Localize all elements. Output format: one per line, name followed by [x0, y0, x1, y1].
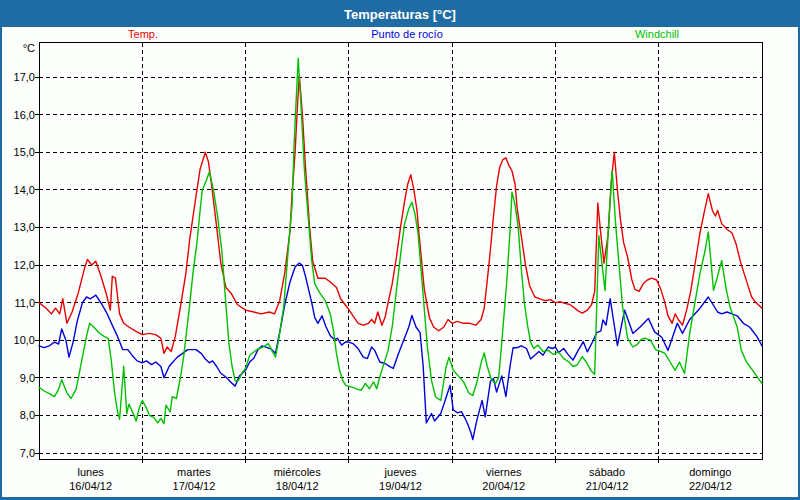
window-title: Temperaturas [°C]: [344, 7, 456, 22]
x-day-date: 16/04/12: [69, 480, 112, 493]
y-tick-label: 10,0: [4, 334, 35, 346]
x-day-date: 21/04/12: [586, 480, 629, 493]
x-day-name: lunes: [77, 466, 103, 479]
title-bar: Temperaturas [°C]: [2, 2, 798, 27]
x-day-name: sábado: [589, 466, 625, 479]
y-tick-label: 9,0: [4, 372, 35, 384]
chart-panel: Temp.Punto de rocíoWindchill 7,08,09,010…: [2, 27, 798, 497]
chart-canvas: [2, 27, 798, 497]
y-tick-label: 14,0: [4, 184, 35, 196]
y-tick-label: 11,0: [4, 297, 35, 309]
x-day-name: martes: [177, 466, 211, 479]
x-day-date: 20/04/12: [482, 480, 525, 493]
x-day-name: domingo: [689, 466, 731, 479]
y-tick-label: 15,0: [4, 146, 35, 158]
series-line-1: [39, 263, 762, 439]
app-window: Temperaturas [°C] Temp.Punto de rocíoWin…: [0, 0, 800, 500]
y-tick-label: 12,0: [4, 259, 35, 271]
y-tick-label: 16,0: [4, 109, 35, 121]
y-tick-label: 7,0: [4, 447, 35, 459]
x-day-name: viernes: [486, 466, 521, 479]
x-day-name: miércoles: [274, 466, 321, 479]
x-day-date: 22/04/12: [689, 480, 732, 493]
y-tick-label: 8,0: [4, 409, 35, 421]
y-tick-label: 13,0: [4, 221, 35, 233]
x-day-date: 18/04/12: [276, 480, 319, 493]
x-day-name: jueves: [385, 466, 417, 479]
x-day-date: 19/04/12: [379, 480, 422, 493]
y-axis-unit-label: °C: [4, 42, 35, 54]
y-tick-label: 17,0: [4, 71, 35, 83]
x-day-date: 17/04/12: [173, 480, 216, 493]
series-line-2: [39, 58, 762, 424]
series-line-0: [39, 75, 762, 353]
